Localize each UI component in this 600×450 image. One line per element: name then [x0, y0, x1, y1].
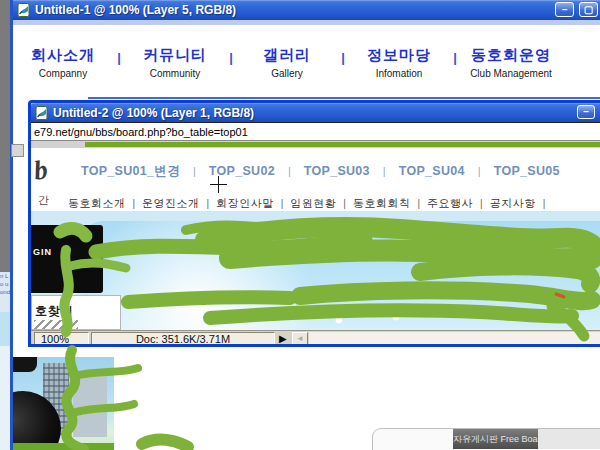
submenu-item[interactable]: 임원현황: [290, 196, 336, 211]
tab-top-su03[interactable]: TOP_SU03: [304, 164, 370, 178]
sky-banner: [83, 221, 600, 330]
scroll-left-button[interactable]: ◄: [292, 332, 308, 346]
submenu-item[interactable]: 주요행사: [427, 196, 473, 211]
nav-divider: |: [337, 46, 349, 65]
footer-tab-rest: [538, 429, 600, 449]
edge-sky-sliver: [0, 312, 10, 346]
nav-item-gallery[interactable]: 갤러리 Gallery: [237, 46, 337, 79]
submenu-item[interactable]: 동호회회칙: [353, 196, 411, 211]
submenu-row: 동호회소개 | 운영진소개 | 회장인사말 | 임원현황 | 동호회회칙 | 주…: [68, 196, 599, 211]
submenu-item[interactable]: 동호회소개: [68, 196, 126, 211]
tab-top-su04[interactable]: TOP_SU04: [399, 164, 465, 178]
camera-body-image: [13, 357, 37, 372]
submenu-divider: |: [274, 198, 291, 209]
minimize-button[interactable]: –: [555, 2, 574, 17]
flower-dot: [393, 314, 399, 320]
minimize-button[interactable]: –: [577, 105, 595, 119]
club-finder-label: 호찾기: [35, 303, 74, 320]
gallery-photo: [13, 357, 114, 450]
nav-divider: |: [225, 46, 237, 65]
building-image: [73, 371, 107, 437]
submenu-divider: |: [200, 198, 217, 209]
top-tab-row: TOP_SU01_변경 | TOP_SU02 | TOP_SU03 | TOP_…: [81, 162, 591, 180]
accent-green-line: [85, 142, 600, 147]
nav-divider: |: [449, 46, 461, 65]
edge-text-fragment: ond: [0, 288, 10, 296]
window1-title: Untitled-1 @ 100% (Layer 5, RGB/8): [35, 3, 236, 17]
tab-divider: |: [465, 165, 494, 177]
grass-strip: [13, 443, 114, 450]
tab-divider: |: [275, 165, 304, 177]
design-canvas[interactable]: 여행 GIN 호찾기: [31, 211, 600, 330]
content-divider-line: [88, 97, 600, 99]
tab-top-su01[interactable]: TOP_SU01_변경: [81, 163, 180, 180]
margin-char: 간: [38, 193, 49, 208]
submenu-divider: |: [473, 198, 490, 209]
nav-item-company[interactable]: 회사소개 Companny: [13, 46, 113, 79]
tab-top-su05[interactable]: TOP_SU05: [494, 164, 560, 178]
tab-divider: |: [180, 165, 209, 177]
small-swatch-chip: [11, 144, 24, 157]
footer-tab-free-board[interactable]: 자유게시판 Free Board: [453, 429, 538, 449]
crosshair-cursor: [218, 176, 219, 193]
submenu-divider: |: [536, 198, 553, 209]
footer-tab-bar: 자유게시판 Free Board: [372, 428, 600, 450]
submenu-item[interactable]: 운영진소개: [142, 196, 200, 211]
status-play-icon[interactable]: ▶: [279, 333, 287, 344]
window1-top-strip: [13, 20, 600, 25]
nav-item-community[interactable]: 커뮤니티 Community: [125, 46, 225, 79]
zoom-level-field[interactable]: 100%: [34, 332, 89, 346]
edge-light-sliver: [0, 346, 10, 450]
document-window-untitled-2[interactable]: Untitled-2 @ 100% (Layer 1, RGB/8) – e79…: [28, 100, 600, 347]
tab-divider: |: [370, 165, 399, 177]
edge-text-fragment: n L: [0, 272, 10, 280]
maximize-button[interactable]: ▢: [579, 2, 598, 17]
nav-item-information[interactable]: 정보마당 Infomation: [349, 46, 449, 79]
submenu-divider: |: [410, 198, 427, 209]
travel-word: 여행: [423, 241, 447, 258]
nav-item-club-management[interactable]: 동호회운영 Club Management: [461, 46, 561, 79]
photoshop-workspace: n L o u ond Untitled-1 @ 100% (Layer 5, …: [0, 0, 600, 450]
window1-titlebar[interactable]: Untitled-1 @ 100% (Layer 5, RGB/8): [13, 0, 600, 20]
window2-title: Untitled-2 @ 100% (Layer 1, RGB/8): [53, 106, 254, 120]
photoshop-file-icon: [35, 106, 49, 120]
site-nav-menu: 회사소개 Companny | 커뮤니티 Community | 갤러리 Gal…: [13, 46, 561, 88]
resize-grip[interactable]: [34, 320, 78, 329]
photoshop-file-icon: [17, 3, 31, 17]
window2-titlebar[interactable]: Untitled-2 @ 100% (Layer 1, RGB/8): [31, 103, 600, 122]
doc-size-indicator[interactable]: Doc: 351.6K/3.71M: [91, 332, 275, 346]
submenu-item[interactable]: 공지사항: [490, 196, 536, 211]
nav-divider: |: [113, 46, 125, 65]
submenu-divider: |: [336, 198, 353, 209]
submenu-item[interactable]: 회장인사말: [216, 196, 274, 211]
login-box: GIN: [31, 225, 103, 293]
edge-text-fragment: o u: [0, 280, 10, 288]
url-bar-text: e79.net/gnu/bbs/board.php?bo_table=top01: [31, 122, 600, 141]
flower-dot: [336, 317, 342, 323]
flower-dot: [523, 316, 529, 322]
submenu-divider: |: [126, 198, 143, 209]
login-fragment: GIN: [33, 247, 52, 257]
status-bar: 100% Doc: 351.6K/3.71M ▶ ◄: [31, 330, 600, 347]
edge-content-sliver: n L o u ond: [0, 272, 10, 312]
horizontal-scroll-track[interactable]: [309, 332, 600, 346]
